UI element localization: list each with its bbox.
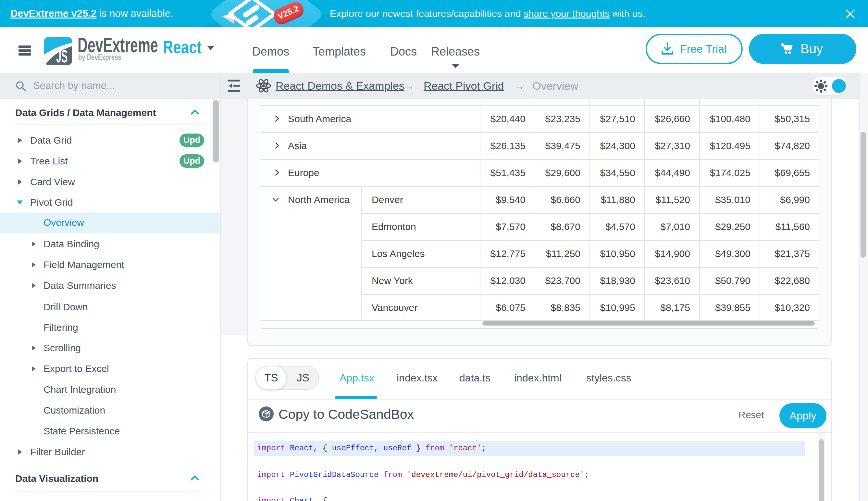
svg-text:JS: JS <box>56 46 67 65</box>
